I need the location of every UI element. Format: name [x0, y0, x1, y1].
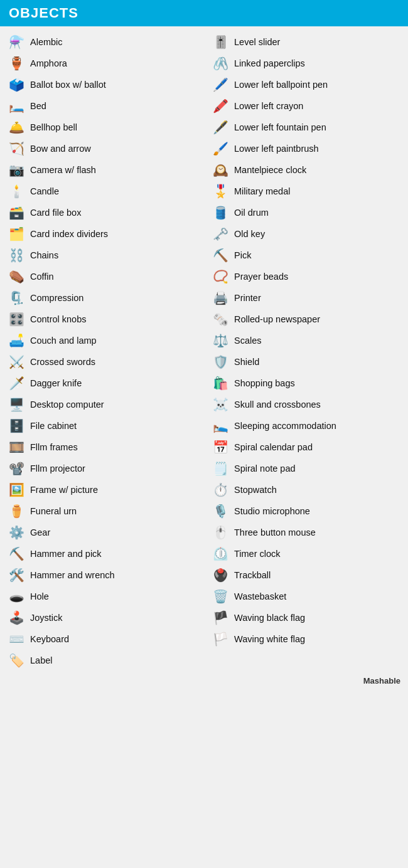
- list-item: 🗄️File cabinet: [4, 415, 200, 437]
- list-item: 📿Prayer beads: [208, 266, 404, 287]
- list-item: 🎙️Studio microphone: [208, 500, 404, 522]
- list-item: ⚖️Scales: [208, 330, 404, 351]
- item-icon: ⚗️: [6, 33, 26, 51]
- list-item: 🛌Sleeping accommodation: [208, 415, 404, 437]
- item-label: Bellhop bell: [30, 122, 77, 133]
- item-icon: 🕯️: [6, 183, 26, 200]
- item-label: Lower left paintbrush: [234, 143, 319, 154]
- item-label: Waving black flag: [234, 612, 305, 623]
- page-header: OBJECTS: [0, 0, 408, 26]
- item-label: Coffin: [30, 271, 54, 282]
- list-item: 🎚️Level slider: [208, 31, 404, 53]
- list-item: 🛍️Shopping bags: [208, 373, 404, 394]
- item-icon: ⛓️: [6, 246, 26, 264]
- item-icon: 🏴: [210, 609, 230, 627]
- item-label: Card file box: [30, 207, 81, 218]
- list-item: 📷Camera w/ flash: [4, 159, 200, 181]
- item-icon: 🛎️: [6, 119, 26, 136]
- item-label: Sleeping accommodation: [234, 420, 336, 431]
- item-label: Shield: [234, 356, 259, 368]
- list-item: 🕯️Candle: [4, 181, 200, 202]
- item-icon: 🎖️: [210, 183, 230, 200]
- list-item: 🏺Amphora: [4, 53, 200, 74]
- item-label: Skull and crossbones: [234, 399, 321, 410]
- item-label: Scales: [234, 335, 262, 346]
- brand-name: Mashable: [363, 676, 400, 685]
- item-icon: ⚱️: [6, 502, 26, 520]
- item-label: Compression: [30, 292, 83, 304]
- item-label: Pick: [234, 250, 251, 261]
- item-icon: 🗑️: [210, 588, 230, 605]
- item-label: Fllm projector: [30, 463, 85, 474]
- item-icon: 🖥️: [6, 396, 26, 413]
- item-label: Linked paperclips: [234, 58, 305, 69]
- item-icon: 📷: [6, 161, 26, 179]
- item-label: Hammer and pick: [30, 548, 102, 559]
- item-label: Chains: [30, 250, 58, 261]
- list-item: 🖌️Lower left paintbrush: [208, 138, 404, 159]
- item-label: Rolled-up newspaper: [234, 314, 320, 325]
- item-icon: 🗞️: [210, 310, 230, 328]
- list-item: 🕰️Mantelpiece clock: [208, 159, 404, 181]
- item-icon: 🗂️: [6, 225, 26, 243]
- item-icon: 🕹️: [6, 609, 26, 627]
- page-container: OBJECTS ⚗️Alembic🏺Amphora🗳️Ballot box w/…: [0, 0, 408, 691]
- item-label: Printer: [234, 292, 261, 304]
- list-item: ⏱️Stopwatch: [208, 479, 404, 500]
- item-icon: 🗃️: [6, 204, 26, 221]
- item-icon: 🖌️: [210, 140, 230, 157]
- item-icon: ⏱️: [210, 481, 230, 499]
- item-icon: ☠️: [210, 396, 230, 413]
- item-icon: 🗒️: [210, 460, 230, 477]
- item-icon: 🏷️: [6, 652, 26, 669]
- item-icon: 🛢️: [210, 204, 230, 221]
- list-item: ⛏️Pick: [208, 245, 404, 266]
- list-item: 🛋️Couch and lamp: [4, 330, 200, 351]
- list-item: 🕳️Hole: [4, 586, 200, 607]
- item-label: Card index dividers: [30, 228, 108, 240]
- list-item: 🗑️Wastebasket: [208, 586, 404, 607]
- item-icon: 🖊️: [210, 76, 230, 93]
- item-label: Trackball: [234, 569, 271, 581]
- list-item: 🎛️Control knobs: [4, 309, 200, 330]
- item-icon: 🗝️: [210, 225, 230, 243]
- item-label: Ballot box w/ ballot: [30, 79, 106, 90]
- item-label: Couch and lamp: [30, 335, 97, 346]
- item-label: Bed: [30, 100, 46, 112]
- item-icon: ⌨️: [6, 630, 26, 648]
- item-icon: 🎞️: [6, 438, 26, 456]
- item-label: Fllm frames: [30, 442, 78, 453]
- item-label: Crossed swords: [30, 356, 95, 368]
- item-icon: 🖨️: [210, 289, 230, 307]
- list-item: ⚔️Crossed swords: [4, 351, 200, 373]
- list-item: ⛓️Chains: [4, 245, 200, 266]
- item-label: Control knobs: [30, 314, 86, 325]
- item-icon: 🛠️: [6, 566, 26, 584]
- list-item: ⛏️Hammer and pick: [4, 543, 200, 564]
- item-icon: ⚔️: [6, 353, 26, 371]
- item-icon: ⚙️: [6, 524, 26, 541]
- list-item: 🏹Bow and arrow: [4, 138, 200, 159]
- list-item: ⚙️Gear: [4, 522, 200, 543]
- item-label: Camera w/ flash: [30, 164, 96, 176]
- item-icon: 🛋️: [6, 332, 26, 349]
- item-icon: 🗳️: [6, 76, 26, 93]
- list-item: 📽️Fllm projector: [4, 458, 200, 479]
- item-label: Wastebasket: [234, 591, 286, 602]
- item-icon: 🎙️: [210, 502, 230, 520]
- list-item: 🖥️Desktop computer: [4, 394, 200, 415]
- list-item: ⌨️Keyboard: [4, 628, 200, 650]
- item-label: Desktop computer: [30, 399, 104, 410]
- item-label: Dagger knife: [30, 378, 82, 389]
- item-label: Oil drum: [234, 207, 269, 218]
- list-item: 🛠️Hammer and wrench: [4, 564, 200, 586]
- item-label: File cabinet: [30, 420, 77, 431]
- list-item: 🏷️Label: [4, 650, 200, 671]
- item-icon: 📅: [210, 438, 230, 456]
- item-icon: 🗜️: [6, 289, 26, 307]
- item-icon: 🗄️: [6, 417, 26, 435]
- item-label: Gear: [30, 527, 50, 538]
- item-icon: ⚖️: [210, 332, 230, 349]
- item-label: Mantelpiece clock: [234, 164, 306, 176]
- item-icon: 🏳️: [210, 630, 230, 648]
